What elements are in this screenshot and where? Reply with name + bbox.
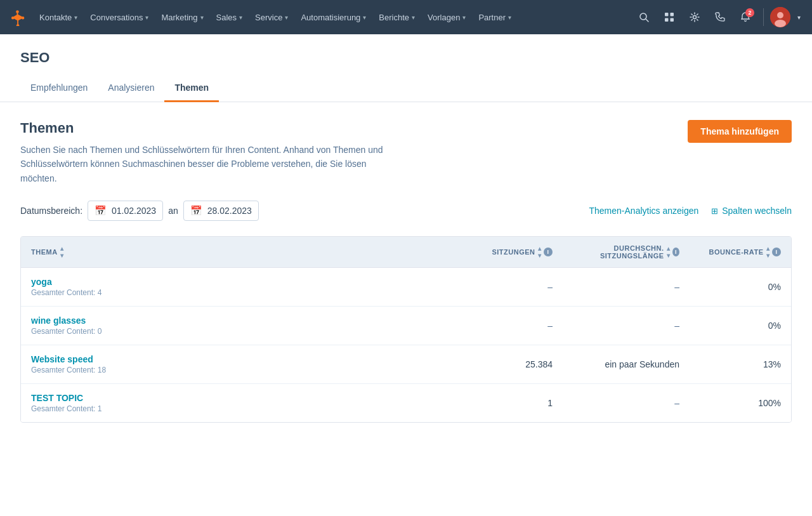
topic-link-3[interactable]: TEST TOPIC (31, 393, 83, 403)
tab-analysieren[interactable]: Analysieren (98, 76, 164, 102)
tab-empfehlungen[interactable]: Empfehlungen (20, 76, 98, 102)
content-area: Themen Suchen Sie nach Themen und Schlüs… (0, 102, 812, 440)
nav-sales[interactable]: Sales ▾ (210, 0, 249, 34)
nav-divider (763, 8, 764, 26)
th-bouncerate: BOUNCE-RATE ▴▾ i (690, 237, 791, 267)
sort-sitzungslaenge-icon[interactable]: ▴▾ (667, 246, 671, 259)
nav-berichte-chevron: ▾ (412, 14, 415, 21)
settings-button[interactable] (683, 6, 706, 29)
search-button[interactable] (632, 6, 655, 29)
date-separator: an (168, 206, 178, 216)
svg-line-1 (646, 19, 648, 22)
td-bouncerate-2: 13% (690, 345, 791, 383)
nav-vorlagen[interactable]: Vorlagen ▾ (421, 0, 472, 34)
td-sitzungen-1: – (461, 307, 563, 345)
section-description: Suchen Sie nach Themen und Schlüsselwört… (20, 143, 388, 185)
th-sitzungslaenge: DURCHSCHN. SITZUNGSLÄNGE ▴▾ i (563, 237, 690, 267)
date-to-input[interactable]: 📅 28.02.2023 (183, 201, 259, 221)
nav-automatisierung[interactable]: Automatisierung ▾ (294, 0, 372, 34)
svg-rect-5 (671, 18, 674, 22)
nav-conversations-chevron: ▾ (145, 14, 148, 21)
date-range: Datumsbereich: 📅 01.02.2023 an 📅 28.02.2… (20, 201, 259, 221)
nav-conversations[interactable]: Conversations ▾ (84, 0, 155, 34)
sort-bouncerate-icon[interactable]: ▴▾ (766, 246, 770, 259)
analytics-link[interactable]: Themen-Analytics anzeigen (589, 206, 698, 216)
calendar-to-icon: 📅 (190, 205, 202, 216)
td-sitzungen-0: – (461, 268, 563, 306)
topic-sub-0: Gesamter Content: 4 (31, 288, 102, 297)
svg-point-6 (693, 16, 697, 19)
nav-kontakte[interactable]: Kontakte ▾ (33, 0, 84, 34)
table-row: Website speed Gesamter Content: 18 25.38… (21, 345, 791, 384)
td-topic-2: Website speed Gesamter Content: 18 (21, 345, 461, 383)
td-topic-0: yoga Gesamter Content: 4 (21, 268, 461, 306)
svg-point-8 (777, 12, 783, 18)
notifications-button[interactable]: 2 (734, 6, 757, 29)
columns-link[interactable]: ⊞ Spalten wechseln (711, 206, 792, 216)
nav-kontakte-chevron: ▾ (74, 14, 77, 21)
info-bouncerate-icon[interactable]: i (772, 248, 781, 256)
page-header: SEO Empfehlungen Analysieren Themen (0, 34, 812, 102)
topic-sub-3: Gesamter Content: 1 (31, 404, 102, 413)
td-sitzungen-2: 25.384 (461, 345, 563, 383)
nav-service[interactable]: Service ▾ (249, 0, 294, 34)
topic-link-2[interactable]: Website speed (31, 354, 93, 364)
notification-badge: 2 (745, 8, 754, 17)
td-sitzungen-3: 1 (461, 384, 563, 422)
nav-sales-chevron: ▾ (239, 14, 242, 21)
info-sitzungen-icon[interactable]: i (544, 248, 553, 256)
topic-link-1[interactable]: wine glasses (31, 315, 86, 326)
topic-sub-2: Gesamter Content: 18 (31, 366, 106, 374)
td-bouncerate-0: 0% (690, 268, 791, 306)
svg-rect-4 (665, 18, 669, 22)
td-sitzungslaenge-0: – (563, 268, 690, 306)
table-row: TEST TOPIC Gesamter Content: 1 1 – 100% (21, 384, 791, 422)
user-menu-chevron[interactable]: ▾ (793, 6, 804, 29)
nav-marketing[interactable]: Marketing ▾ (155, 0, 209, 34)
phone-button[interactable] (709, 6, 731, 29)
date-to-value: 28.02.2023 (207, 206, 252, 216)
calendar-from-icon: 📅 (95, 205, 107, 216)
filter-actions: Themen-Analytics anzeigen ⊞ Spalten wech… (589, 206, 792, 216)
svg-rect-2 (665, 13, 669, 17)
sort-sitzungen-icon[interactable]: ▴▾ (538, 246, 542, 259)
td-bouncerate-1: 0% (690, 307, 791, 345)
date-from-value: 01.02.2023 (112, 206, 156, 216)
table-row: wine glasses Gesamter Content: 0 – – 0% (21, 307, 791, 345)
td-topic-3: TEST TOPIC Gesamter Content: 1 (21, 384, 461, 422)
section-title: Themen (20, 120, 388, 136)
hubspot-logo[interactable] (8, 8, 25, 26)
td-bouncerate-3: 100% (690, 384, 791, 422)
nav-service-chevron: ▾ (285, 14, 288, 21)
th-sitzungen: SITZUNGEN ▴▾ i (461, 237, 563, 267)
td-topic-1: wine glasses Gesamter Content: 0 (21, 307, 461, 345)
info-sitzungslaenge-icon[interactable]: i (672, 248, 679, 256)
nav-vorlagen-chevron: ▾ (462, 14, 466, 21)
top-navigation: Kontakte ▾ Conversations ▾ Marketing ▾ S… (0, 0, 812, 34)
th-thema: THEMA ▴▾ (21, 237, 461, 267)
user-avatar[interactable] (770, 7, 790, 27)
nav-icons: 2 ▾ (632, 6, 804, 29)
table-body: yoga Gesamter Content: 4 – – 0% wine gla… (21, 268, 791, 422)
svg-point-9 (775, 20, 786, 27)
tab-themen[interactable]: Themen (164, 76, 219, 102)
nav-partner[interactable]: Partner ▾ (472, 0, 518, 34)
page-container: SEO Empfehlungen Analysieren Themen Them… (0, 34, 812, 516)
date-label: Datumsbereich: (20, 206, 82, 216)
marketplace-button[interactable] (658, 6, 681, 29)
section-info: Themen Suchen Sie nach Themen und Schlüs… (20, 120, 388, 185)
tabs: Empfehlungen Analysieren Themen (20, 76, 792, 102)
sort-thema-icon[interactable]: ▴▾ (60, 246, 64, 259)
nav-berichte[interactable]: Berichte ▾ (372, 0, 421, 34)
topic-sub-1: Gesamter Content: 0 (31, 327, 102, 336)
td-sitzungslaenge-2: ein paar Sekunden (563, 345, 690, 383)
td-sitzungslaenge-1: – (563, 307, 690, 345)
topic-link-0[interactable]: yoga (31, 277, 52, 287)
themes-table: THEMA ▴▾ SITZUNGEN ▴▾ i DURCHSCHN. SITZU… (20, 236, 792, 423)
nav-automatisierung-chevron: ▾ (363, 14, 366, 21)
table-row: yoga Gesamter Content: 4 – – 0% (21, 268, 791, 307)
filter-row: Datumsbereich: 📅 01.02.2023 an 📅 28.02.2… (20, 201, 792, 221)
nav-partner-chevron: ▾ (508, 14, 511, 21)
date-from-input[interactable]: 📅 01.02.2023 (88, 201, 163, 221)
add-theme-button[interactable]: Thema hinzufügen (688, 120, 792, 143)
